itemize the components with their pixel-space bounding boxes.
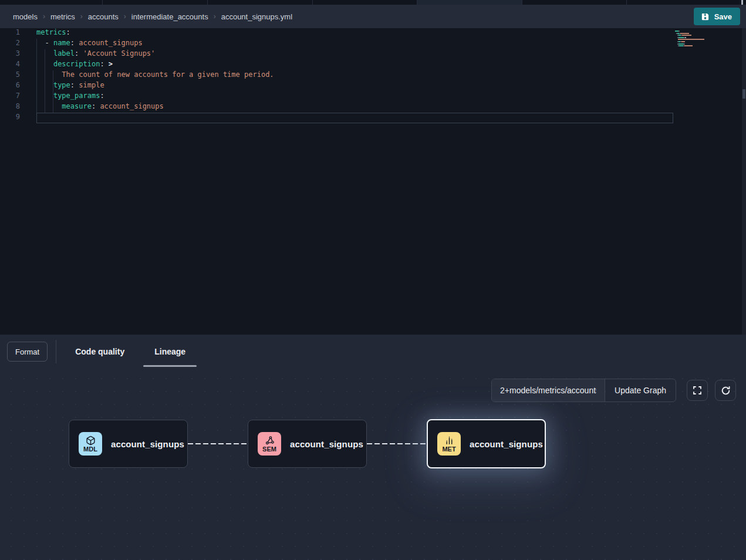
- tab-strip-sliver: [741, 0, 743, 5]
- fullscreen-icon: [693, 386, 702, 395]
- code-line[interactable]: 8 measure: account_signups: [0, 102, 746, 113]
- node-selector-input[interactable]: [492, 379, 605, 402]
- breadcrumb-item[interactable]: metrics: [50, 12, 75, 21]
- node-label: account_signups: [470, 439, 543, 449]
- node-label: account_signups: [290, 439, 363, 449]
- metric-chart-icon: [444, 436, 454, 446]
- selector-group: Update Graph: [491, 379, 676, 402]
- code-text: label: 'Account Signups': [36, 49, 155, 60]
- lineage-node-model[interactable]: MDL account_signups: [69, 420, 188, 468]
- breadcrumb-item[interactable]: accounts: [88, 12, 119, 21]
- breadcrumb-item-current-file[interactable]: account_signups.yml: [221, 12, 292, 21]
- tab-lineage-label: Lineage: [154, 347, 185, 356]
- editor-scrollbar-handle[interactable]: [742, 89, 745, 99]
- line-number: 3: [0, 49, 20, 60]
- badge-type-label: SEM: [262, 446, 276, 453]
- line-number: 5: [0, 70, 20, 81]
- lineage-edge: [367, 443, 427, 444]
- lineage-controls: Update Graph: [491, 379, 736, 402]
- code-line[interactable]: 2 - name: account_signups: [0, 39, 746, 49]
- minimap[interactable]: [675, 31, 713, 54]
- minimap-line: [675, 45, 693, 46]
- top-tab[interactable]: [627, 0, 746, 5]
- lineage-node-semantic-model[interactable]: SEM account_signups: [248, 420, 367, 468]
- semantic-model-badge: SEM: [258, 432, 281, 456]
- line-number: 6: [0, 81, 20, 92]
- code-line[interactable]: 3 label: 'Account Signups': [0, 49, 746, 60]
- badge-type-label: MET: [442, 446, 455, 453]
- top-tab[interactable]: [522, 0, 627, 5]
- minimap-line: [675, 31, 680, 32]
- current-line-highlight: [36, 113, 673, 123]
- minimap-line: [675, 39, 704, 40]
- tab-divider: [56, 340, 56, 363]
- tab-lineage[interactable]: Lineage: [143, 335, 197, 369]
- refresh-button[interactable]: [715, 380, 736, 401]
- chevron-right-icon: ›: [214, 12, 216, 21]
- fullscreen-button[interactable]: [687, 380, 708, 401]
- code-text: metrics:: [36, 28, 70, 39]
- code-line[interactable]: 7 type_params:: [0, 92, 746, 102]
- minimap-line: [675, 41, 685, 42]
- code-line[interactable]: 4 description: >: [0, 60, 746, 70]
- chevron-right-icon: ›: [80, 12, 83, 21]
- node-label: account_signups: [111, 439, 184, 449]
- top-tab-active[interactable]: [417, 0, 522, 5]
- line-number: 4: [0, 60, 20, 70]
- code-lines: 1metrics:2 - name: account_signups3 labe…: [0, 28, 746, 123]
- refresh-icon: [721, 386, 731, 396]
- metric-badge: MET: [437, 432, 461, 456]
- code-text: type: simple: [36, 81, 104, 92]
- line-number: 2: [0, 39, 20, 49]
- lineage-edge: [188, 443, 248, 444]
- breadcrumb-bar: models › metrics › accounts › intermedia…: [0, 5, 746, 28]
- bottom-panel: Format Code quality Lineage Update Graph: [0, 335, 746, 560]
- line-number: 8: [0, 102, 20, 113]
- line-number: 9: [0, 113, 20, 123]
- line-number: 1: [0, 28, 20, 39]
- code-text: measure: account_signups: [36, 102, 164, 113]
- breadcrumb-item[interactable]: models: [13, 12, 38, 21]
- chevron-right-icon: ›: [124, 12, 126, 21]
- panel-tab-bar: Format Code quality Lineage: [0, 335, 746, 369]
- breadcrumb-item[interactable]: intermediate_accounts: [131, 12, 208, 21]
- code-line[interactable]: 5 The count of new accounts for a given …: [0, 70, 746, 81]
- top-tab[interactable]: [313, 0, 417, 5]
- code-text: description: >: [36, 60, 113, 70]
- tab-active-underline: [143, 365, 197, 367]
- lineage-node-metric-selected[interactable]: MET account_signups: [427, 419, 546, 468]
- editor-scrollbar[interactable]: [742, 28, 746, 335]
- code-line[interactable]: 6 type: simple: [0, 81, 746, 92]
- top-tab-strip: [0, 0, 746, 5]
- tab-code-quality[interactable]: Code quality: [64, 335, 136, 369]
- save-button[interactable]: Save: [694, 8, 740, 25]
- minimap-line: [675, 43, 685, 45]
- top-tab[interactable]: [208, 0, 313, 5]
- top-tab[interactable]: [0, 0, 103, 5]
- code-editor[interactable]: 1metrics:2 - name: account_signups3 labe…: [0, 28, 746, 335]
- format-button[interactable]: Format: [7, 342, 48, 362]
- app-window: models › metrics › accounts › intermedia…: [0, 0, 746, 560]
- update-graph-button[interactable]: Update Graph: [605, 379, 676, 402]
- badge-type-label: MDL: [83, 446, 97, 453]
- save-floppy-icon: [701, 12, 710, 21]
- code-text: type_params:: [36, 92, 104, 102]
- minimap-line: [675, 33, 689, 34]
- semantic-model-icon: [265, 436, 275, 446]
- minimap-line: [675, 37, 686, 38]
- tab-code-quality-label: Code quality: [75, 347, 124, 356]
- code-text: The count of new accounts for a given ti…: [36, 70, 274, 81]
- lineage-canvas[interactable]: Update Graph: [0, 369, 746, 560]
- cube-icon: [86, 436, 96, 446]
- code-text: - name: account_signups: [36, 39, 143, 49]
- model-badge: MDL: [79, 432, 102, 456]
- top-tab[interactable]: [103, 0, 208, 5]
- chevron-right-icon: ›: [43, 12, 45, 21]
- code-line[interactable]: 1metrics:: [0, 28, 746, 39]
- minimap-line: [675, 35, 691, 36]
- line-number: 7: [0, 92, 20, 102]
- save-button-label: Save: [714, 12, 732, 21]
